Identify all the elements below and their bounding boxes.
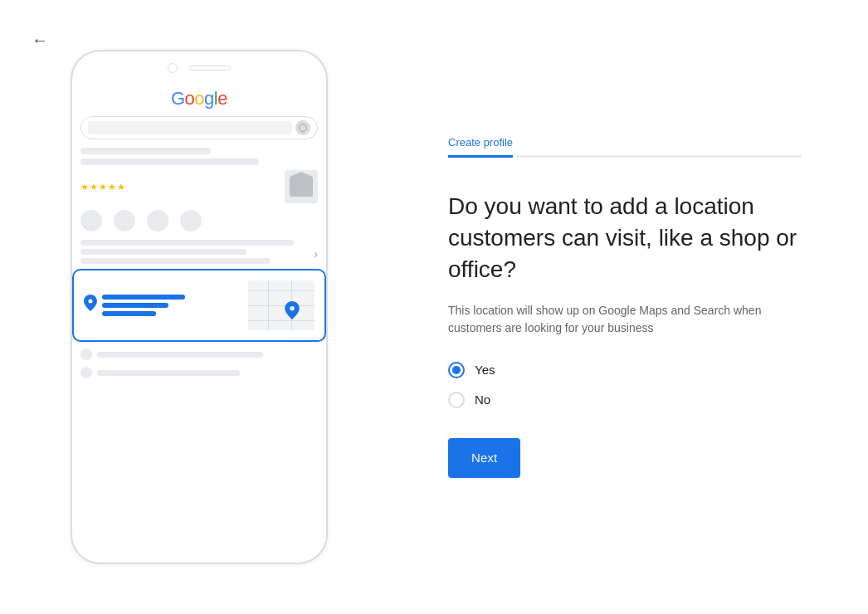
result-lines bbox=[80, 148, 318, 165]
chevron-right-icon: › bbox=[314, 247, 318, 261]
tab-label-inactive bbox=[516, 136, 802, 149]
radio-group: Yes No bbox=[448, 362, 802, 408]
map-line-h bbox=[248, 290, 315, 291]
page-container: ← Google bbox=[0, 0, 868, 614]
tab-bar-active bbox=[448, 155, 513, 158]
card-line bbox=[102, 303, 168, 308]
card-line bbox=[102, 295, 185, 300]
location-card bbox=[72, 269, 326, 342]
radio-label-no: No bbox=[475, 392, 490, 407]
result-line bbox=[80, 148, 211, 154]
rating-row: ★ ★ ★ ★ ★ bbox=[80, 170, 318, 203]
map-lines bbox=[248, 280, 315, 330]
tab-create-profile: Create profile bbox=[448, 136, 513, 158]
main-heading: Do you want to add a location customers … bbox=[448, 191, 802, 285]
map-pin-icon bbox=[285, 301, 300, 324]
map-line-h bbox=[248, 305, 315, 306]
phone-bottom-lines bbox=[80, 348, 318, 378]
radio-outer-yes bbox=[448, 362, 465, 378]
content-line bbox=[80, 249, 246, 255]
stars: ★ ★ ★ ★ ★ bbox=[80, 182, 125, 192]
star: ★ bbox=[80, 182, 89, 192]
star: ★ bbox=[117, 182, 125, 192]
tab-inactive bbox=[516, 136, 802, 158]
search-bar-input bbox=[88, 121, 292, 134]
phone-mockup: Google ★ ★ ★ bbox=[71, 50, 328, 564]
next-button[interactable]: Next bbox=[448, 438, 520, 478]
action-circle bbox=[147, 210, 168, 231]
action-circle bbox=[114, 210, 135, 231]
tab-label-active: Create profile bbox=[448, 136, 513, 149]
radio-option-yes[interactable]: Yes bbox=[448, 362, 802, 378]
phone-camera bbox=[168, 63, 178, 73]
google-logo: Google bbox=[80, 88, 318, 110]
radio-label-yes: Yes bbox=[475, 363, 495, 377]
description-text: This location will show up on Google Map… bbox=[448, 302, 797, 337]
map-line-h bbox=[248, 320, 315, 321]
radio-outer-no bbox=[448, 392, 465, 408]
left-panel: ← Google bbox=[0, 0, 398, 614]
search-bar bbox=[80, 116, 318, 139]
bottom-icon bbox=[80, 348, 92, 360]
content-lines: › bbox=[80, 240, 318, 264]
card-left bbox=[84, 295, 241, 316]
progress-tabs: Create profile bbox=[448, 136, 802, 158]
radio-inner-yes bbox=[452, 366, 461, 374]
star: ★ bbox=[108, 182, 116, 192]
right-panel: Create profile Do you want to add a loca… bbox=[398, 86, 868, 527]
star: ★ bbox=[99, 182, 107, 192]
bottom-icon bbox=[80, 367, 92, 378]
star: ★ bbox=[90, 182, 98, 192]
card-line bbox=[102, 311, 156, 316]
bottom-row bbox=[80, 367, 318, 378]
bottom-row bbox=[80, 348, 318, 360]
result-line bbox=[80, 158, 259, 165]
phone-screen: Google ★ ★ ★ bbox=[72, 81, 326, 392]
content-line bbox=[80, 258, 271, 264]
phone-speaker bbox=[189, 66, 231, 71]
store-shape bbox=[290, 177, 313, 197]
map-placeholder bbox=[248, 280, 315, 330]
action-icons bbox=[80, 210, 318, 231]
content-line bbox=[80, 240, 294, 246]
bottom-line bbox=[97, 352, 263, 358]
action-circle bbox=[80, 210, 102, 231]
phone-top-bar bbox=[72, 51, 326, 81]
back-button[interactable]: ← bbox=[25, 25, 55, 55]
bottom-line bbox=[97, 370, 240, 376]
store-icon bbox=[285, 170, 318, 203]
tab-bar-inactive bbox=[516, 155, 802, 158]
action-circle bbox=[180, 210, 202, 231]
search-icon bbox=[295, 120, 310, 135]
map-line-v bbox=[268, 280, 269, 330]
location-pin-icon bbox=[84, 295, 97, 315]
card-lines bbox=[102, 295, 185, 316]
radio-option-no[interactable]: No bbox=[448, 392, 802, 408]
